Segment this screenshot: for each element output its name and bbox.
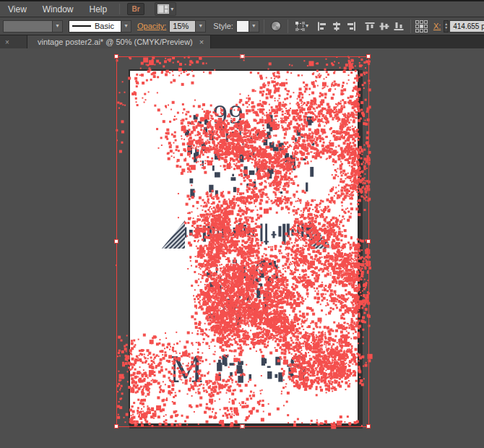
stepper-down-icon: ▼ xyxy=(444,26,448,30)
arrange-documents-icon xyxy=(157,4,169,14)
caret-down-icon: ▾ xyxy=(56,23,59,29)
ref-point[interactable] xyxy=(424,20,428,24)
caret-down-icon: ▾ xyxy=(306,23,308,29)
document-tab-title: vintage poster2.ai* @ 50% (CMYK/Preview) xyxy=(38,38,193,46)
opacity-dropdown-button[interactable]: ▾ xyxy=(195,20,206,33)
menu-help[interactable]: Help xyxy=(81,1,115,17)
opacity-value[interactable]: 15% xyxy=(169,20,195,33)
caret-down-icon: ▾ xyxy=(124,23,127,29)
ref-point[interactable] xyxy=(415,20,419,24)
align-middle-button[interactable] xyxy=(377,19,392,33)
color-wheel-icon xyxy=(271,21,281,31)
brush-preview: Basic xyxy=(69,20,121,33)
ref-point[interactable] xyxy=(420,29,423,33)
illustrator-window: View Window Help Br ▾ ▾ Basic xyxy=(0,0,484,448)
menu-separator xyxy=(119,4,120,14)
ref-point[interactable] xyxy=(415,29,419,33)
tab-stub[interactable]: × xyxy=(0,35,27,48)
reference-point-selector[interactable] xyxy=(415,20,428,33)
arrange-documents-button[interactable]: ▾ xyxy=(155,2,176,16)
ref-point-selected[interactable] xyxy=(420,25,423,28)
align-top-button[interactable] xyxy=(363,19,377,33)
style-label: Style: xyxy=(213,22,233,30)
recolor-artwork-button[interactable] xyxy=(269,19,283,33)
ref-point[interactable] xyxy=(415,25,419,28)
opacity-link[interactable]: Opacity: xyxy=(137,22,166,30)
ref-point[interactable] xyxy=(424,25,428,28)
align-right-button[interactable] xyxy=(344,19,358,33)
style-swatch xyxy=(236,20,249,33)
align-middle-icon xyxy=(379,22,389,31)
align-left-button[interactable] xyxy=(315,19,329,33)
document-canvas[interactable] xyxy=(0,48,484,447)
profile-dropdown-button[interactable]: ▾ xyxy=(52,20,63,33)
close-icon[interactable]: × xyxy=(199,38,204,46)
x-stepper[interactable]: ▲ ▼ xyxy=(444,20,449,33)
menu-window[interactable]: Window xyxy=(35,1,82,17)
transform-bounds-icon xyxy=(295,21,306,32)
transform-menu-button[interactable]: ▾ xyxy=(293,19,311,33)
caret-down-icon: ▾ xyxy=(252,23,255,29)
align-left-icon xyxy=(317,22,327,31)
align-right-icon xyxy=(346,22,356,31)
menu-bar: View Window Help Br ▾ xyxy=(0,0,484,17)
close-icon[interactable]: × xyxy=(5,38,9,46)
align-center-icon xyxy=(332,22,342,31)
control-separator xyxy=(410,20,411,33)
control-separator xyxy=(264,20,264,33)
control-separator xyxy=(288,20,288,33)
align-center-button[interactable] xyxy=(329,19,344,33)
document-tab-active[interactable]: vintage poster2.ai* @ 50% (CMYK/Preview)… xyxy=(27,35,211,48)
ref-point[interactable] xyxy=(424,29,428,33)
align-top-icon xyxy=(365,22,375,31)
graphic-style-dropdown[interactable]: ▾ xyxy=(236,20,259,33)
stroke-preview-icon xyxy=(72,25,91,27)
brush-definition-value: Basic xyxy=(95,22,114,30)
menu-view[interactable]: View xyxy=(0,1,35,17)
pasteboard xyxy=(0,48,484,448)
align-bottom-button[interactable] xyxy=(392,19,406,33)
ref-point[interactable] xyxy=(420,20,423,24)
align-bottom-icon xyxy=(394,22,404,31)
document-tab-bar: × vintage poster2.ai* @ 50% (CMYK/Previe… xyxy=(0,35,484,48)
caret-down-icon: ▾ xyxy=(199,23,202,29)
opacity-dropdown[interactable]: 15% ▾ xyxy=(169,20,206,33)
style-dropdown-button[interactable]: ▾ xyxy=(249,20,259,33)
caret-down-icon: ▾ xyxy=(170,7,173,12)
bridge-button[interactable]: Br xyxy=(127,3,144,15)
control-bar: ▾ Basic ▾ Opacity: 15% ▾ Style: ▾ xyxy=(0,17,484,35)
x-coordinate-link[interactable]: X: xyxy=(433,22,441,30)
profile-preview xyxy=(3,20,52,33)
brush-dropdown-button[interactable]: ▾ xyxy=(121,20,131,33)
variable-width-profile-dropdown[interactable]: ▾ xyxy=(3,20,63,33)
brush-definition-dropdown[interactable]: Basic ▾ xyxy=(69,20,131,33)
x-value-field[interactable]: 414.655 px xyxy=(449,20,484,33)
